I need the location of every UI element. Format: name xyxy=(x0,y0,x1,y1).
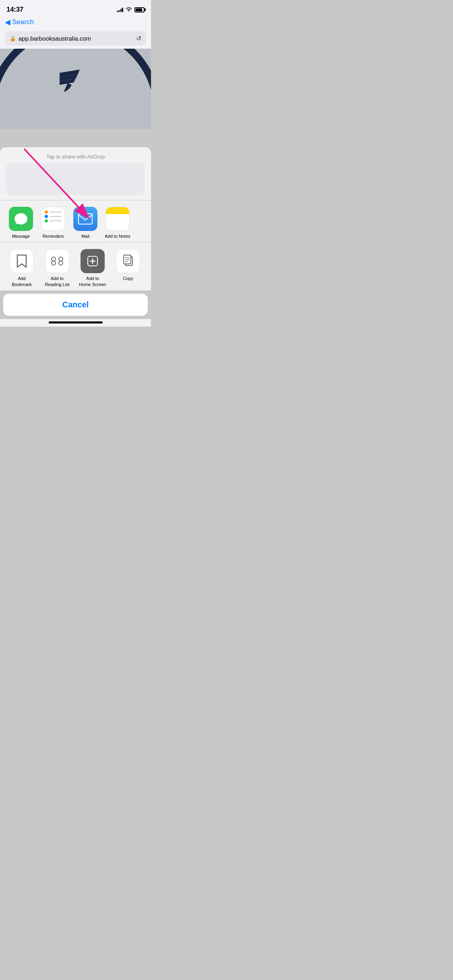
reminders-icon xyxy=(41,207,65,231)
copy-icon-box xyxy=(116,249,140,273)
home-bar xyxy=(49,321,103,323)
website-background xyxy=(0,49,151,129)
status-time: 14:37 xyxy=(6,6,23,14)
cancel-container: Cancel xyxy=(3,294,148,316)
url-bar[interactable]: 🔒 app.barbooksaustralia.com ↺ xyxy=(5,31,146,45)
airdrop-label: Tap to share with AirDrop xyxy=(6,154,145,160)
lock-icon: 🔒 xyxy=(10,35,16,41)
battery-icon xyxy=(134,7,145,12)
airdrop-strip[interactable] xyxy=(6,163,145,195)
app-item-message[interactable]: Message xyxy=(5,207,37,239)
website-logo xyxy=(52,61,88,99)
back-chevron-icon: ◀ xyxy=(5,18,10,27)
message-icon xyxy=(9,207,33,231)
nav-bar: ◀ Search xyxy=(0,16,151,30)
home-indicator xyxy=(0,319,151,327)
cancel-button[interactable]: Cancel xyxy=(3,294,148,316)
svg-point-6 xyxy=(59,261,63,265)
actions-row: AddBookmark Add toReading List xyxy=(0,243,151,290)
url-bar-container: 🔒 app.barbooksaustralia.com ↺ xyxy=(0,30,151,49)
svg-point-5 xyxy=(59,257,63,261)
action-label-copy: Copy xyxy=(123,276,133,281)
action-item-home-screen[interactable]: Add toHome Screen xyxy=(75,249,110,287)
action-item-reading-list[interactable]: Add toReading List xyxy=(39,249,75,287)
svg-point-4 xyxy=(52,261,56,265)
app-item-reminders[interactable]: Reminders xyxy=(37,207,69,239)
wifi-icon xyxy=(126,6,132,13)
url-text: app.barbooksaustralia.com xyxy=(19,35,91,42)
mail-icon xyxy=(73,207,97,231)
reload-icon[interactable]: ↺ xyxy=(136,35,141,42)
airdrop-section: Tap to share with AirDrop xyxy=(0,147,151,195)
apps-row: Message xyxy=(0,200,151,242)
share-sheet: Tap to share with AirDrop Message xyxy=(0,147,151,327)
action-label-bookmark: AddBookmark xyxy=(12,276,32,287)
app-item-notes[interactable]: Add to Notes xyxy=(101,207,134,239)
svg-rect-2 xyxy=(79,214,92,224)
app-label-mail: Mail xyxy=(81,233,89,239)
action-item-copy[interactable]: Copy xyxy=(110,249,146,281)
action-label-reading-list: Add toReading List xyxy=(45,276,69,287)
signal-icon xyxy=(117,7,124,12)
app-label-reminders: Reminders xyxy=(42,233,64,239)
bookmark-icon-box xyxy=(10,249,34,273)
url-left: 🔒 app.barbooksaustralia.com xyxy=(10,35,91,42)
notes-icon xyxy=(105,207,130,231)
action-item-bookmark[interactable]: AddBookmark xyxy=(4,249,39,287)
back-button[interactable]: ◀ Search xyxy=(5,18,34,27)
app-item-mail[interactable]: Mail xyxy=(69,207,101,239)
reading-list-icon-box xyxy=(45,249,69,273)
home-screen-icon-box xyxy=(81,249,105,273)
app-label-message: Message xyxy=(12,233,30,239)
share-main-panel: Tap to share with AirDrop Message xyxy=(0,147,151,290)
status-icons xyxy=(117,6,145,13)
action-label-home-screen: Add toHome Screen xyxy=(79,276,106,287)
app-label-notes: Add to Notes xyxy=(105,233,130,239)
back-label: Search xyxy=(12,18,34,26)
status-bar: 14:37 xyxy=(0,0,151,16)
svg-point-3 xyxy=(52,257,56,261)
